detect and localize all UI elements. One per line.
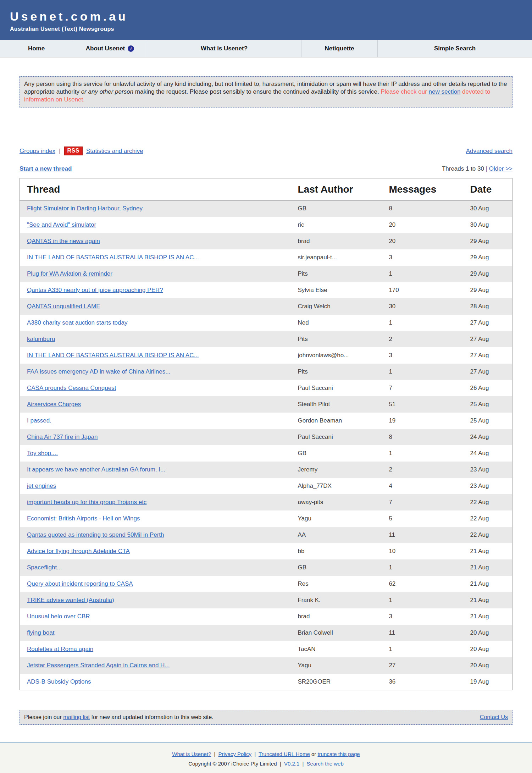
start-new-thread-link[interactable]: Start a new thread — [20, 165, 72, 172]
thread-row: Unusual helo over CBR brad 3 21 Aug — [20, 608, 512, 625]
thread-cell: QANTAS unqualified LAME — [20, 298, 291, 315]
date-cell: 27 Aug — [463, 315, 512, 331]
messages-cell: 11 — [382, 625, 463, 641]
rss-badge[interactable]: RSS — [64, 147, 83, 155]
thread-row: It appears we have another Australian GA… — [20, 462, 512, 478]
notice-box: Any person using this service for unlawf… — [20, 76, 512, 107]
contact-us-link[interactable]: Contact Us — [480, 714, 508, 720]
date-cell: 20 Aug — [463, 625, 512, 641]
thread-link[interactable]: Unusual helo over CBR — [27, 613, 90, 620]
footer-truncate-this-page-link[interactable]: truncate this page — [317, 751, 360, 757]
last-author-cell: Gordon Beaman — [290, 413, 382, 429]
messages-cell: 1 — [382, 364, 463, 380]
last-author-cell: AA — [290, 527, 382, 543]
thread-link[interactable]: It appears we have another Australian GA… — [27, 466, 165, 473]
thread-link[interactable]: Toy shop.... — [27, 450, 58, 457]
footer-separator: | — [303, 761, 304, 767]
thread-link[interactable]: kalumburu — [27, 336, 55, 342]
nav-item-simple-search[interactable]: Simple Search — [378, 40, 532, 57]
date-cell: 20 Aug — [463, 641, 512, 657]
thread-link[interactable]: Economist: British Airports - Hell on Wi… — [27, 515, 140, 522]
date-cell: 29 Aug — [463, 249, 512, 266]
older-threads-link[interactable]: Older >> — [489, 165, 512, 172]
footer-privacy-policy-link[interactable]: Privacy Policy — [218, 751, 251, 757]
nav-item-home[interactable]: Home — [0, 40, 73, 57]
date-cell: 27 Aug — [463, 331, 512, 347]
thread-link[interactable]: TRIKE advise wanted (Australia) — [27, 597, 114, 603]
groups-index-link[interactable]: Groups index — [20, 148, 55, 155]
thread-cell: jet engines — [20, 478, 291, 494]
nav-item-what-is-usenet[interactable]: What is Usenet? — [147, 40, 301, 57]
thread-link[interactable]: jet engines — [27, 482, 56, 489]
thread-link[interactable]: flying boat — [27, 629, 55, 636]
nav-item-netiquette[interactable]: Netiquette — [301, 40, 378, 57]
col-header-last-author: Last Author — [290, 178, 382, 200]
messages-cell: 51 — [382, 396, 463, 413]
thread-cell: Economist: British Airports - Hell on Wi… — [20, 510, 291, 527]
thread-link[interactable]: FAA issues emergency AD in wake of China… — [27, 368, 170, 375]
nav-item-home-label: Home — [28, 45, 45, 52]
date-cell: 29 Aug — [463, 233, 512, 249]
thread-cell: TRIKE advise wanted (Australia) — [20, 592, 291, 608]
thread-link[interactable]: Airservices Charges — [27, 401, 81, 408]
messages-cell: 1 — [382, 266, 463, 282]
messages-cell: 170 — [382, 282, 463, 298]
messages-cell: 1 — [382, 592, 463, 608]
thread-link[interactable]: QANTAS unqualified LAME — [27, 303, 100, 310]
site-header: Usenet.com.au Australian Usenet (Text) N… — [0, 0, 532, 40]
thread-link[interactable]: ADS-B Subsidy Options — [27, 678, 91, 685]
nav-item-simple-search-label: Simple Search — [434, 45, 476, 52]
nav-item-about-usenet[interactable]: About Usenet i — [73, 40, 147, 57]
thread-link[interactable]: China Air 737 fire in Japan — [27, 434, 98, 440]
advanced-search-link[interactable]: Advanced search — [466, 148, 512, 155]
footer-links-line: What is Usenet? | Privacy Policy | Trunc… — [0, 749, 532, 759]
thread-link[interactable]: Plug for WA Aviation & reminder — [27, 270, 112, 277]
thread-row: ADS-B Subsidy Options SR20GOER 36 19 Aug — [20, 674, 512, 690]
thread-link[interactable]: Query about incident reporting to CASA — [27, 580, 133, 587]
thread-row: Spaceflight... GB 1 21 Aug — [20, 559, 512, 576]
mailing-list-link[interactable]: mailing list — [63, 714, 90, 720]
thread-link[interactable]: Advice for flying through Adelaide CTA — [27, 548, 130, 554]
statistics-archive-link[interactable]: Statistics and archive — [86, 148, 143, 155]
messages-cell: 11 — [382, 527, 463, 543]
last-author-cell: Pits — [290, 266, 382, 282]
date-cell: 29 Aug — [463, 282, 512, 298]
thread-cell: IN THE LAND OF BASTARDS AUSTRALIA BISHOP… — [20, 249, 291, 266]
thread-cell: ADS-B Subsidy Options — [20, 674, 291, 690]
footer-search-the-web-link[interactable]: Search the web — [307, 761, 344, 767]
thread-link[interactable]: QANTAS in the news again — [27, 238, 100, 244]
thread-link[interactable]: I passed. — [27, 417, 51, 424]
last-author-cell: Jeremy — [290, 462, 382, 478]
date-cell: 25 Aug — [463, 413, 512, 429]
thread-link[interactable]: Qantas quoted as intending to spend 50Mi… — [27, 531, 164, 538]
thread-link[interactable]: Flight Simulator in Darling Harbour, Syd… — [27, 205, 143, 212]
messages-cell: 8 — [382, 200, 463, 217]
messages-cell: 20 — [382, 217, 463, 233]
footer-version-link[interactable]: V0.2.1 — [284, 761, 299, 767]
thread-link[interactable]: Spaceflight... — [27, 564, 62, 571]
thread-link[interactable]: Jetstar Passengers Stranded Again in Cai… — [27, 662, 170, 669]
thread-row: Airservices Charges Stealth Pilot 51 25 … — [20, 396, 512, 413]
thread-link[interactable]: Qantas A330 nearly out of juice approach… — [27, 287, 163, 293]
thread-cell: A380 charity seat auction starts today — [20, 315, 291, 331]
threads-table-body: Flight Simulator in Darling Harbour, Syd… — [20, 200, 512, 690]
pagination-separator: | — [486, 165, 487, 172]
thread-link[interactable]: "See and Avoid" simulator — [27, 221, 96, 228]
thread-cell: Unusual helo over CBR — [20, 608, 291, 625]
footer-what-is-usenet-link[interactable]: What is Usenet? — [172, 751, 211, 757]
thread-row: FAA issues emergency AD in wake of China… — [20, 364, 512, 380]
thread-link[interactable]: CASA grounds Cessna Conquest — [27, 385, 116, 391]
date-cell: 22 Aug — [463, 527, 512, 543]
new-section-link[interactable]: new section — [429, 88, 461, 95]
thread-link[interactable]: A380 charity seat auction starts today — [27, 319, 128, 326]
thread-row: Toy shop.... GB 1 24 Aug — [20, 445, 512, 462]
thread-link[interactable]: Roulettes at Roma again — [27, 646, 93, 652]
thread-range-text: Threads 1 to 30 — [442, 165, 484, 172]
info-icon: i — [128, 45, 134, 52]
thread-link[interactable]: IN THE LAND OF BASTARDS AUSTRALIA BISHOP… — [27, 254, 199, 261]
footer-truncated-url-home-link[interactable]: Truncated URL Home — [259, 751, 310, 757]
site-title: Usenet.com.au — [10, 10, 532, 23]
thread-link[interactable]: important heads up for this group Trojan… — [27, 499, 146, 506]
last-author-cell: GB — [290, 445, 382, 462]
thread-link[interactable]: IN THE LAND OF BASTARDS AUSTRALIA BISHOP… — [27, 352, 199, 359]
